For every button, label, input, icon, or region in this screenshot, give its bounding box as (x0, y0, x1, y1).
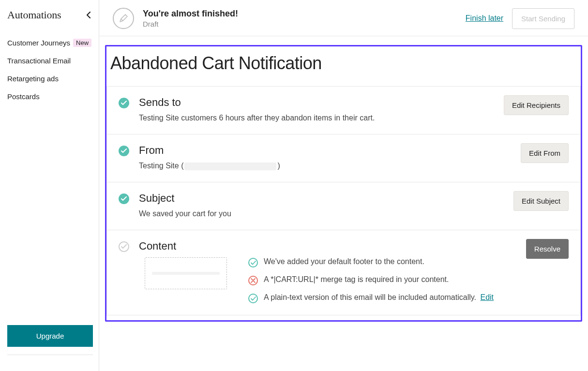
sections-list: Edit Recipients Sends to Testing Site cu… (106, 86, 581, 315)
start-sending-button[interactable]: Start Sending (512, 8, 574, 29)
from-suffix: ) (277, 162, 280, 170)
sidebar-item-postcards[interactable]: Postcards (7, 88, 93, 105)
checklist-text: A *|CART:URL|* merge tag is required in … (264, 275, 449, 284)
sidebar-title: Automations (7, 9, 61, 21)
section-sends-to: Edit Recipients Sends to Testing Site cu… (107, 87, 580, 134)
sidebar-item-customer-journeys[interactable]: Customer Journeys New (7, 34, 93, 52)
checklist-item: A plain-text version of this email will … (248, 293, 494, 303)
highlight-box: Abandoned Cart Notification Edit Recipie… (105, 45, 582, 322)
section-title: Content (139, 240, 569, 252)
chevron-left-icon[interactable] (84, 11, 93, 19)
checklist-text: We've added your default footer to the c… (264, 257, 424, 266)
topbar-title: You're almost finished! (143, 9, 238, 19)
section-desc: We saved your cart for you (139, 209, 569, 218)
checklist-item: We've added your default footer to the c… (248, 257, 494, 267)
resolve-button[interactable]: Resolve (526, 239, 569, 259)
sidebar-item-label: Transactional Email (7, 57, 71, 65)
section-from: Edit From From Testing Site () (107, 134, 580, 182)
edit-plaintext-link[interactable]: Edit (480, 293, 494, 301)
topbar: You're almost finished! Draft Finish lat… (99, 0, 588, 36)
check-complete-icon (119, 98, 129, 108)
check-complete-icon (119, 193, 129, 204)
edit-recipients-button[interactable]: Edit Recipients (504, 95, 569, 115)
from-prefix: Testing Site ( (139, 162, 183, 170)
check-ok-icon (248, 294, 258, 303)
sidebar: Automations Customer Journeys New Transa… (0, 0, 99, 371)
main: You're almost finished! Draft Finish lat… (99, 0, 588, 371)
checklist-body: A plain-text version of this email will … (264, 293, 476, 301)
section-title: Subject (139, 192, 569, 205)
sidebar-item-label: Retargeting ads (7, 74, 59, 83)
sidebar-item-transactional-email[interactable]: Transactional Email (7, 52, 93, 70)
sidebar-item-label: Customer Journeys (7, 39, 70, 47)
topbar-text: You're almost finished! Draft (143, 9, 238, 28)
check-error-icon (248, 276, 258, 285)
checklist-text: A plain-text version of this email will … (264, 293, 494, 302)
page-title: Abandoned Cart Notification (106, 49, 581, 86)
edit-subject-button[interactable]: Edit Subject (513, 191, 569, 211)
check-complete-icon (119, 146, 129, 156)
upgrade-button[interactable]: Upgrade (7, 325, 93, 347)
topbar-subtitle: Draft (143, 20, 238, 28)
content-area: Abandoned Cart Notification Edit Recipie… (99, 36, 588, 371)
sidebar-item-retargeting-ads[interactable]: Retargeting ads (7, 70, 93, 88)
finish-later-link[interactable]: Finish later (466, 14, 503, 23)
thumbnail-placeholder (152, 272, 220, 275)
sidebar-divider (7, 355, 93, 365)
checklist-item: A *|CART:URL|* merge tag is required in … (248, 275, 494, 285)
section-content: Resolve Content (107, 230, 580, 315)
sidebar-header: Automations (7, 9, 93, 21)
check-incomplete-icon (119, 241, 129, 252)
section-desc: Testing Site () (139, 162, 569, 170)
content-checklist: We've added your default footer to the c… (248, 257, 494, 303)
edit-from-button[interactable]: Edit From (521, 143, 569, 163)
new-badge: New (73, 39, 91, 47)
check-ok-icon (248, 258, 258, 267)
redacted-email (184, 163, 276, 170)
pencil-icon (113, 8, 134, 29)
content-thumbnail[interactable] (145, 257, 227, 289)
section-title: From (139, 144, 569, 157)
sidebar-item-label: Postcards (7, 92, 40, 101)
section-subject: Edit Subject Subject We saved your cart … (107, 182, 580, 230)
